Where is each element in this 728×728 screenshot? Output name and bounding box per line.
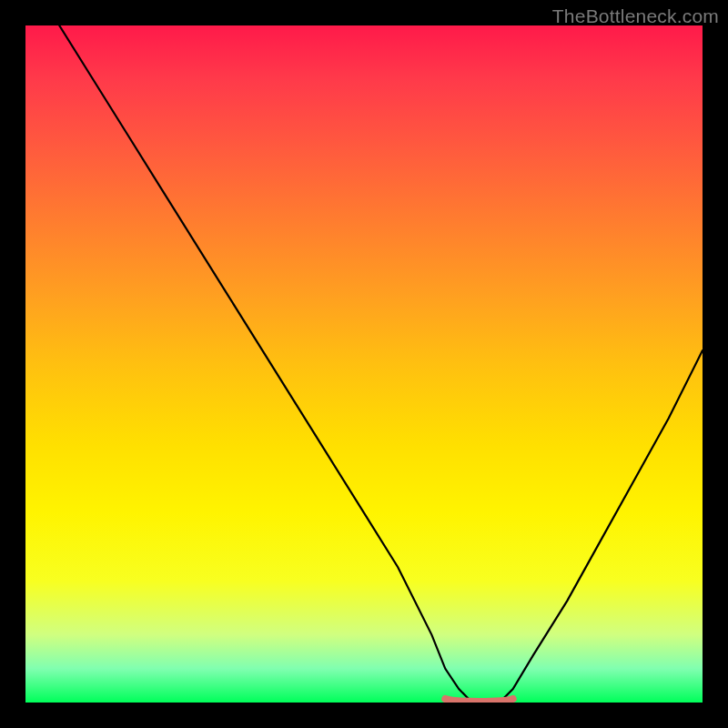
bottom-highlight-segment [445, 699, 512, 702]
chart-container: TheBottleneck.com [0, 0, 728, 728]
curve-svg [25, 25, 703, 703]
main-curve-path [59, 25, 703, 703]
plot-area [25, 25, 703, 703]
watermark-text: TheBottleneck.com [552, 5, 719, 27]
